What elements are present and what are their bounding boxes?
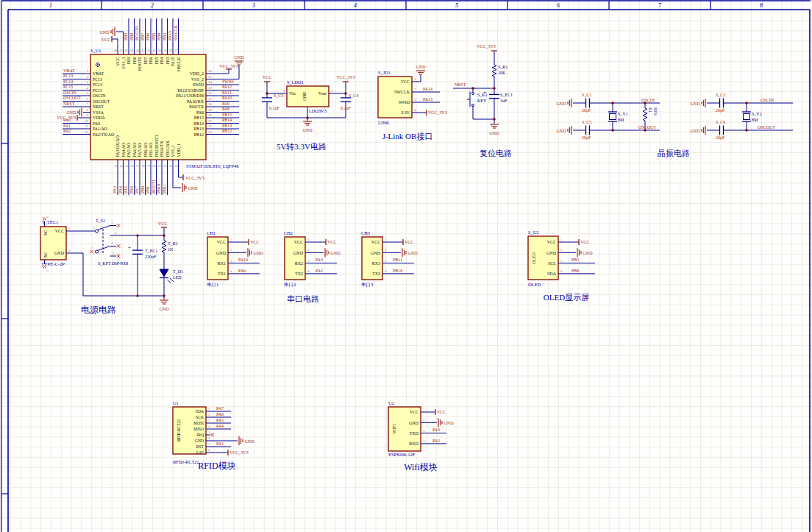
- net-label[interactable]: VCC: [327, 240, 336, 244]
- net-label[interactable]: PA1: [216, 441, 224, 446]
- net-label[interactable]: PB3: [163, 33, 167, 40]
- net-label[interactable]: PB12: [222, 129, 232, 133]
- net-label[interactable]: S_C1: [582, 93, 591, 97]
- net-label[interactable]: PB11: [393, 258, 402, 262]
- net-label[interactable]: 20pF: [716, 108, 725, 113]
- net-label[interactable]: PB10: [393, 269, 402, 273]
- net-label[interactable]: SWCLK: [174, 24, 178, 40]
- net-label[interactable]: VCC: [158, 221, 167, 226]
- net-label[interactable]: PB7: [140, 33, 145, 40]
- net-label[interactable]: 20pF: [582, 135, 591, 140]
- net-label[interactable]: VCC: [263, 75, 271, 79]
- net-label[interactable]: OSCOUT: [758, 125, 775, 130]
- designator[interactable]: S_U1: [90, 48, 101, 53]
- designator[interactable]: S_JD1: [378, 70, 391, 75]
- net-label[interactable]: PA7: [216, 406, 224, 411]
- net-label[interactable]: PB13: [222, 124, 232, 128]
- net-label[interactable]: PA10: [222, 96, 232, 100]
- net-label[interactable]: PB14: [222, 118, 232, 122]
- net-label[interactable]: VCC: [405, 240, 413, 244]
- net-label[interactable]: PB9: [124, 33, 128, 40]
- switch-contact[interactable]: [472, 104, 474, 107]
- net-label[interactable]: OSCOUT: [638, 125, 656, 130]
- net-label[interactable]: PA9: [222, 102, 229, 106]
- net-label[interactable]: PB0: [140, 186, 145, 194]
- net-label[interactable]: PB11: [163, 184, 167, 194]
- net-label[interactable]: VCC_3V3: [477, 44, 496, 49]
- designator[interactable]: U1: [173, 400, 179, 405]
- net-label[interactable]: PA12: [222, 85, 232, 89]
- led-symbol[interactable]: [160, 269, 168, 277]
- net-label[interactable]: BOOT0: [135, 26, 139, 40]
- net-label[interactable]: PC13: [63, 74, 73, 78]
- net-label[interactable]: NRST: [455, 82, 466, 87]
- net-label[interactable]: VCC: [250, 240, 259, 244]
- net-label[interactable]: PA5: [124, 186, 128, 194]
- net-label[interactable]: PA1: [63, 124, 71, 128]
- net-label[interactable]: NRST: [63, 102, 75, 106]
- switch-contact[interactable]: [472, 93, 474, 95]
- net-label[interactable]: 0.1uF: [341, 106, 352, 110]
- net-label[interactable]: PA10: [238, 258, 248, 262]
- net-label[interactable]: PA3: [316, 258, 323, 262]
- net-label[interactable]: S_C6: [716, 120, 725, 124]
- net-label[interactable]: PA11: [222, 91, 232, 95]
- net-label[interactable]: PB10: [157, 184, 161, 194]
- switch-contact[interactable]: [96, 230, 99, 233]
- net-label[interactable]: PB15: [222, 113, 232, 117]
- net-label[interactable]: SWIO: [222, 79, 234, 84]
- net-label[interactable]: OSCIN: [63, 91, 77, 95]
- net-label[interactable]: VCC_3V3: [185, 176, 204, 180]
- crystal-symbol[interactable]: [610, 114, 616, 120]
- switch-contact[interactable]: [96, 250, 99, 253]
- net-label[interactable]: PB8: [129, 33, 134, 40]
- net-label[interactable]: S_C2: [716, 93, 725, 97]
- resistor-symbol[interactable]: [162, 241, 166, 252]
- net-label[interactable]: PA2: [316, 269, 323, 273]
- designator[interactable]: CH1: [207, 230, 216, 235]
- designator[interactable]: T_TEC1: [42, 219, 58, 224]
- resistor-symbol[interactable]: [643, 108, 647, 121]
- net-label[interactable]: PB1: [146, 186, 150, 194]
- net-label[interactable]: VCC_3V3: [428, 110, 447, 115]
- net-label[interactable]: PA2: [432, 439, 440, 443]
- net-label[interactable]: PA13: [423, 97, 432, 102]
- net-label[interactable]: PB4: [157, 33, 161, 40]
- net-label[interactable]: OSCIN: [641, 98, 655, 102]
- net-label[interactable]: 0.1uF: [269, 106, 280, 110]
- net-label[interactable]: PA3: [432, 428, 440, 432]
- net-label[interactable]: VBAT: [63, 68, 75, 73]
- net-label[interactable]: PA9: [238, 269, 246, 273]
- net-label[interactable]: PA4: [118, 186, 123, 194]
- net-label[interactable]: PA6: [129, 186, 134, 194]
- net-label[interactable]: PA15: [168, 31, 172, 40]
- net-label[interactable]: PC15: [63, 85, 73, 89]
- schematic-canvas[interactable]: 12345678S_U1STM32F103C8T6_LQFP481VBATVBA…: [0, 0, 812, 532]
- net-label[interactable]: PA8: [222, 107, 229, 111]
- designator[interactable]: CH2: [284, 230, 293, 235]
- net-label[interactable]: S_C5: [582, 120, 591, 124]
- net-label[interactable]: 20pF: [716, 135, 725, 140]
- net-label[interactable]: VCC: [437, 410, 446, 414]
- net-label[interactable]: VCC: [102, 38, 110, 42]
- net-label[interactable]: 20pF: [582, 108, 591, 113]
- designator[interactable]: S_LDO1: [287, 79, 304, 85]
- net-label[interactable]: VCC_3V3: [219, 64, 238, 68]
- net-label[interactable]: VCC_3V3: [229, 450, 249, 455]
- designator[interactable]: CH3: [361, 230, 370, 235]
- net-label[interactable]: PB5: [571, 258, 579, 262]
- net-label[interactable]: S_C4: [349, 93, 358, 98]
- net-label[interactable]: BOOT1: [152, 180, 156, 194]
- resistor-symbol[interactable]: [492, 65, 496, 77]
- net-label[interactable]: PA4: [216, 424, 224, 428]
- net-label[interactable]: OSCIN: [761, 98, 774, 102]
- net-label[interactable]: PA3: [113, 186, 117, 194]
- crystal-symbol[interactable]: [744, 114, 750, 120]
- net-label[interactable]: VCC_3V3: [336, 75, 355, 79]
- net-label[interactable]: PC14: [63, 79, 73, 84]
- component-S_LDO1[interactable]: [287, 86, 329, 107]
- net-label[interactable]: S_C3: [274, 93, 283, 98]
- net-label[interactable]: PA2: [63, 129, 71, 133]
- net-label[interactable]: PA7: [135, 186, 139, 194]
- net-label[interactable]: PA0: [63, 118, 71, 122]
